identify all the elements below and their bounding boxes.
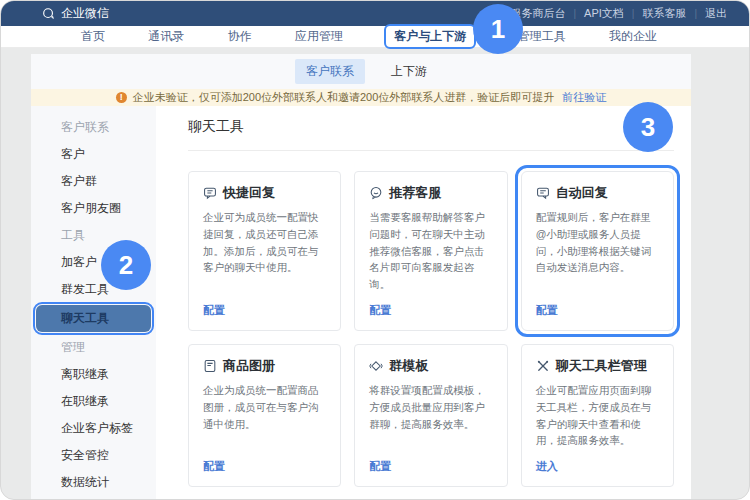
configure-link[interactable]: 配置: [203, 293, 326, 318]
nav-item-collaboration[interactable]: 协作: [228, 28, 252, 45]
tool-card-product-album[interactable]: 商品图册 企业为成员统一配置商品图册，成员可在与客户沟通中使用。 配置: [188, 344, 341, 487]
annotation-badge-3: 3: [623, 102, 673, 152]
nav-item-admin-tools[interactable]: 管理工具: [518, 28, 566, 45]
nav-item-home[interactable]: 首页: [81, 28, 105, 45]
card-description: 企业可配置应用页面到聊天工具栏，方便成员在与客户的聊天中查看和使用，提高服务效率…: [536, 382, 659, 449]
sidebar-item-security-control[interactable]: 安全管控: [31, 442, 156, 469]
nav-item-my-enterprise[interactable]: 我的企业: [609, 28, 657, 45]
sidebar-item-customer-moments[interactable]: 客户朋友圈: [31, 195, 156, 222]
annotation-badge-1: 1: [473, 4, 523, 54]
quick-reply-icon: [203, 186, 217, 200]
sidebar-section-management: 管理: [31, 334, 156, 361]
warning-text: 企业未验证，仅可添加200位外部联系人和邀请200位外部联系人进群，验证后即可提…: [133, 90, 555, 105]
card-description: 当需要客服帮助解答客户问题时，可在聊天中主动推荐微信客服，客户点击名片即可向客服…: [369, 209, 492, 293]
recommend-service-icon: [369, 186, 383, 200]
enter-link[interactable]: 进入: [536, 449, 659, 474]
chat-bubble-logo-icon: [41, 7, 56, 21]
tool-card-chat-toolbar-management[interactable]: 聊天工具栏管理 企业可配置应用页面到聊天工具栏，方便成员在与客户的聊天中查看和使…: [521, 344, 674, 487]
card-title: 商品图册: [223, 357, 275, 375]
top-link-contact-support[interactable]: 联系客服: [634, 6, 694, 21]
tool-card-quick-reply[interactable]: 快捷回复 企业可为成员统一配置快捷回复，成员还可自己添加。添加后，成员可在与客户…: [188, 171, 341, 331]
configure-link[interactable]: 配置: [369, 449, 492, 474]
card-title: 自动回复: [556, 184, 608, 202]
page-title: 聊天工具: [188, 118, 674, 151]
sidebar-item-customers[interactable]: 客户: [31, 141, 156, 168]
top-link-api-docs[interactable]: API文档: [576, 6, 632, 21]
card-title: 群模板: [389, 357, 428, 375]
top-links: 服务商后台 | API文档 | 联系客服 | 退出: [502, 6, 735, 21]
card-description: 企业为成员统一配置商品图册，成员可在与客户沟通中使用。: [203, 382, 326, 432]
nav-item-contacts[interactable]: 通讯录: [148, 28, 184, 45]
card-description: 企业可为成员统一配置快捷回复，成员还可自己添加。添加后，成员可在与客户的聊天中使…: [203, 209, 326, 276]
app-window: 企业微信 服务商后台 | API文档 | 联系客服 | 退出 首页 通讯录 协作…: [0, 0, 750, 500]
card-title: 聊天工具栏管理: [556, 357, 647, 375]
main-nav: 首页 通讯录 协作 应用管理 客户与上下游 管理工具 我的企业: [1, 26, 749, 48]
card-title: 推荐客服: [389, 184, 441, 202]
sidebar: 客户联系 客户 客户群 客户朋友圈 工具 加客户 群发工具 聊天工具 管理 离职…: [31, 106, 156, 500]
card-description: 将群设置项配置成模板，方便成员批量应用到客户群聊，提高服务效率。: [369, 382, 492, 432]
group-template-icon: [369, 359, 383, 373]
sub-tabs: 客户联系 上下游: [31, 54, 691, 89]
go-verify-link[interactable]: 前往验证: [562, 90, 606, 105]
sidebar-item-onjob-inheritance[interactable]: 在职继承: [31, 388, 156, 415]
top-bar: 企业微信 服务商后台 | API文档 | 联系客服 | 退出: [1, 1, 749, 26]
auto-reply-icon: [536, 186, 550, 200]
sidebar-item-data-statistics[interactable]: 数据统计: [31, 469, 156, 496]
warning-icon: !: [116, 92, 127, 103]
sidebar-item-enterprise-customer-tags[interactable]: 企业客户标签: [31, 415, 156, 442]
app-logo[interactable]: 企业微信: [41, 5, 109, 22]
configure-link[interactable]: 配置: [369, 293, 492, 318]
sidebar-item-chat-tools[interactable]: 聊天工具: [36, 305, 151, 332]
tool-card-auto-reply[interactable]: 自动回复 配置规则后，客户在群里@小助理或服务人员提问，小助理将根据关键词自动发…: [521, 171, 674, 331]
annotation-badge-2: 2: [101, 240, 151, 290]
app-title: 企业微信: [61, 5, 109, 22]
card-title: 快捷回复: [223, 184, 275, 202]
product-album-icon: [203, 359, 217, 373]
configure-link[interactable]: 配置: [203, 449, 326, 474]
content-area: 客户联系 客户 客户群 客户朋友圈 工具 加客户 群发工具 聊天工具 管理 离职…: [31, 106, 691, 500]
main-panel: 聊天工具 快捷回复 企业可为成员统一配置快捷回复，成员还可自己: [156, 106, 691, 500]
sidebar-item-customer-groups[interactable]: 客户群: [31, 168, 156, 195]
tab-upstream-downstream[interactable]: 上下游: [391, 63, 427, 80]
chat-toolbar-icon: [536, 359, 550, 373]
nav-item-app-management[interactable]: 应用管理: [295, 28, 343, 45]
verification-warning-bar: ! 企业未验证，仅可添加200位外部联系人和邀请200位外部联系人进群，验证后即…: [31, 89, 691, 106]
top-link-logout[interactable]: 退出: [697, 6, 735, 21]
tool-card-recommend-service[interactable]: 推荐客服 当需要客服帮助解答客户问题时，可在聊天中主动推荐微信客服，客户点击名片…: [354, 171, 507, 331]
configure-link[interactable]: 配置: [536, 293, 659, 318]
tool-card-group-template[interactable]: 群模板 将群设置项配置成模板，方便成员批量应用到客户群聊，提高服务效率。 配置: [354, 344, 507, 487]
nav-item-customers-upstream-downstream[interactable]: 客户与上下游: [386, 26, 474, 47]
card-description: 配置规则后，客户在群里@小助理或服务人员提问，小助理将根据关键词自动发送消息内容…: [536, 209, 659, 276]
sidebar-item-resigned-inheritance[interactable]: 离职继承: [31, 361, 156, 388]
sidebar-section-customer-contact: 客户联系: [31, 114, 156, 141]
tool-cards-grid: 快捷回复 企业可为成员统一配置快捷回复，成员还可自己添加。添加后，成员可在与客户…: [188, 171, 674, 487]
tab-customer-contact[interactable]: 客户联系: [295, 59, 365, 84]
